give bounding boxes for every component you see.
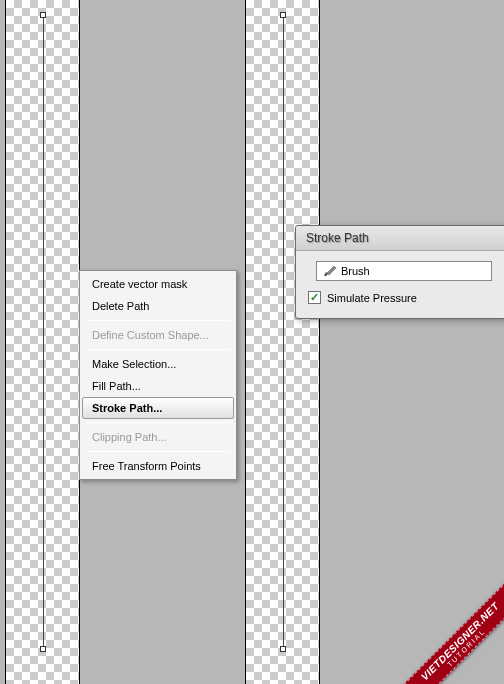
menu-free-transform-points[interactable]: Free Transform Points [82, 455, 234, 477]
anchor-bottom[interactable] [40, 646, 46, 652]
menu-separator [86, 349, 230, 350]
menu-separator [86, 422, 230, 423]
dialog-title: Stroke Path [296, 226, 504, 251]
path-line[interactable] [283, 15, 284, 649]
canvas-right[interactable] [245, 0, 320, 684]
stroke-path-dialog: Stroke Path Brush ✓ Simulate Pressure [295, 225, 504, 319]
menu-define-custom-shape: Define Custom Shape... [82, 324, 234, 346]
watermark-ribbon: VIETDESIGNER.NET TUTORIAL [390, 571, 504, 684]
tool-row: Brush [308, 261, 492, 281]
menu-make-selection[interactable]: Make Selection... [82, 353, 234, 375]
path-line[interactable] [43, 15, 44, 649]
brush-icon [323, 265, 337, 277]
tool-dropdown[interactable]: Brush [316, 261, 492, 281]
menu-stroke-path[interactable]: Stroke Path... [82, 397, 234, 419]
simulate-pressure-label: Simulate Pressure [327, 292, 417, 304]
menu-separator [86, 320, 230, 321]
ribbon-sub: TUTORIAL [400, 582, 504, 684]
anchor-top[interactable] [280, 12, 286, 18]
tool-label: Brush [341, 265, 370, 277]
context-menu: Create vector mask Delete Path Define Cu… [79, 270, 237, 480]
anchor-top[interactable] [40, 12, 46, 18]
menu-delete-path[interactable]: Delete Path [82, 295, 234, 317]
simulate-pressure-row: ✓ Simulate Pressure [308, 291, 492, 304]
menu-fill-path[interactable]: Fill Path... [82, 375, 234, 397]
menu-clipping-path: Clipping Path... [82, 426, 234, 448]
dialog-body: Brush ✓ Simulate Pressure [296, 251, 504, 318]
menu-separator [86, 451, 230, 452]
simulate-pressure-checkbox[interactable]: ✓ [308, 291, 321, 304]
menu-create-vector-mask[interactable]: Create vector mask [82, 273, 234, 295]
anchor-bottom[interactable] [280, 646, 286, 652]
canvas-left[interactable] [5, 0, 80, 684]
